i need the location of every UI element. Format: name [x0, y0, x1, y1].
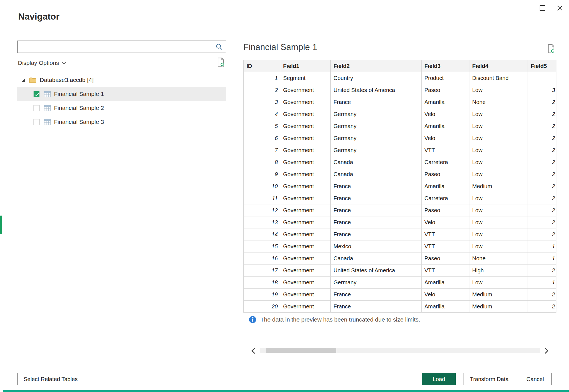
row-cell: France: [331, 216, 422, 228]
table-row: 7GovernmentGermanyVTTLow2: [244, 144, 556, 156]
row-cell: Government: [280, 240, 331, 252]
tree-item-financial-sample-1[interactable]: Financial Sample 1: [17, 87, 226, 101]
row-cell: Government: [280, 216, 331, 228]
refresh-source-icon[interactable]: [217, 57, 225, 67]
row-cell: 2: [528, 132, 556, 144]
table-row: 19GovernmentFranceVeloMedium2: [244, 289, 556, 301]
truncation-notice-text: The data in the preview has been truncat…: [260, 316, 420, 323]
row-cell: None: [469, 96, 528, 108]
row-cell: Paseo: [422, 252, 469, 265]
row-cell: Government: [280, 96, 331, 108]
row-cell: 2: [528, 301, 556, 313]
scroll-left-icon[interactable]: [251, 348, 257, 354]
collapse-expander-icon[interactable]: [22, 78, 25, 82]
row-cell: 2: [528, 228, 556, 240]
row-cell: 1: [528, 240, 556, 252]
row-cell: Government: [280, 228, 331, 240]
maximize-icon[interactable]: [540, 5, 545, 11]
search-icon: [215, 43, 223, 51]
row-cell: Velo: [422, 216, 469, 228]
navigator-tree: Database3.accdb [4] Financial Sample 1: [17, 73, 226, 129]
row-cell: Government: [280, 192, 331, 204]
row-cell: 1: [528, 252, 556, 265]
row-cell: Low: [469, 216, 528, 228]
table-row: 1SegmentCountryProductDiscount Band: [244, 72, 556, 84]
table-icon: [44, 119, 51, 125]
display-options-dropdown[interactable]: Display Options: [18, 60, 66, 66]
table-icon: [44, 105, 51, 111]
row-cell: Low: [469, 192, 528, 204]
row-cell: Government: [280, 265, 331, 277]
table-row: 15GovernmentMexicoVTTLow1: [244, 240, 556, 252]
scrollbar-track[interactable]: [260, 348, 540, 353]
row-cell: France: [331, 204, 422, 216]
tree-node-database[interactable]: Database3.accdb [4]: [17, 73, 226, 87]
row-cell: Government: [280, 84, 331, 96]
table-row: 8GovernmentCanadaCarreteraLow2: [244, 156, 556, 168]
row-cell: Low: [469, 277, 528, 289]
row-id-cell: 2: [244, 84, 280, 96]
table-row: 9GovernmentCanadaPaseoLow2: [244, 168, 556, 180]
table-row: 10GovernmentFranceAmarillaMedium2: [244, 180, 556, 192]
row-cell: Germany: [331, 120, 422, 132]
table-row: 12GovernmentFrancePaseoLow2: [244, 204, 556, 216]
row-cell: Product: [422, 72, 469, 84]
table-row: 11GovernmentFranceCarreteraLow2: [244, 192, 556, 204]
select-related-tables-button[interactable]: Select Related Tables: [17, 373, 84, 385]
scrollbar-thumb[interactable]: [266, 348, 336, 353]
tree-item-financial-sample-3[interactable]: Financial Sample 3: [17, 115, 226, 129]
display-options-label: Display Options: [18, 60, 59, 66]
truncation-notice: The data in the preview has been truncat…: [249, 316, 420, 323]
row-cell: Government: [280, 144, 331, 156]
refresh-preview-icon[interactable]: [547, 44, 555, 53]
chevron-down-icon: [62, 60, 67, 65]
row-cell: France: [331, 192, 422, 204]
row-cell: Low: [469, 240, 528, 252]
column-header-field3: Field3: [422, 60, 469, 72]
checkbox-checked[interactable]: [34, 91, 39, 97]
search-input[interactable]: [18, 41, 215, 53]
tree-item-financial-sample-2[interactable]: Financial Sample 2: [17, 101, 226, 115]
row-cell: Velo: [422, 108, 469, 120]
table-row: 20GovernmentFranceAmarillaMedium2: [244, 301, 556, 313]
check-icon: [35, 91, 39, 96]
row-cell: 2: [528, 265, 556, 277]
row-id-cell: 14: [244, 228, 280, 240]
row-cell: Discount Band: [469, 72, 528, 84]
checkbox-unchecked[interactable]: [34, 119, 39, 125]
row-cell: Government: [280, 168, 331, 180]
row-cell: Low: [469, 168, 528, 180]
row-id-cell: 7: [244, 144, 280, 156]
row-cell: Medium: [469, 289, 528, 301]
table-row: 6GovernmentGermanyVeloLow2: [244, 132, 556, 144]
row-id-cell: 11: [244, 192, 280, 204]
row-cell: Amarilla: [422, 180, 469, 192]
row-cell: 2: [528, 180, 556, 192]
checkbox-unchecked[interactable]: [34, 105, 39, 111]
row-cell: VTT: [422, 265, 469, 277]
row-cell: Germany: [331, 277, 422, 289]
scroll-right-icon[interactable]: [542, 348, 548, 354]
table-row: 5GovernmentGermanyAmarillaLow2: [244, 120, 556, 132]
row-id-cell: 6: [244, 132, 280, 144]
load-button[interactable]: Load: [422, 373, 456, 385]
row-cell: France: [331, 180, 422, 192]
transform-data-button[interactable]: Transform Data: [464, 373, 515, 385]
column-header-id: ID: [244, 60, 280, 72]
tree-node-label: Database3.accdb [4]: [40, 77, 94, 83]
close-icon[interactable]: [556, 5, 563, 11]
row-cell: 2: [528, 96, 556, 108]
search-box: [17, 41, 226, 53]
row-id-cell: 17: [244, 265, 280, 277]
row-cell: Low: [469, 204, 528, 216]
row-cell: Low: [469, 156, 528, 168]
row-id-cell: 19: [244, 289, 280, 301]
row-cell: 2: [528, 108, 556, 120]
row-cell: Paseo: [422, 204, 469, 216]
cancel-button[interactable]: Cancel: [519, 373, 552, 385]
row-cell: Government: [280, 132, 331, 144]
table-row: 3GovernmentFranceAmarillaNone2: [244, 96, 556, 108]
row-cell: Carretera: [422, 156, 469, 168]
row-cell: 2: [528, 216, 556, 228]
tree-item-label: Financial Sample 3: [54, 119, 104, 125]
